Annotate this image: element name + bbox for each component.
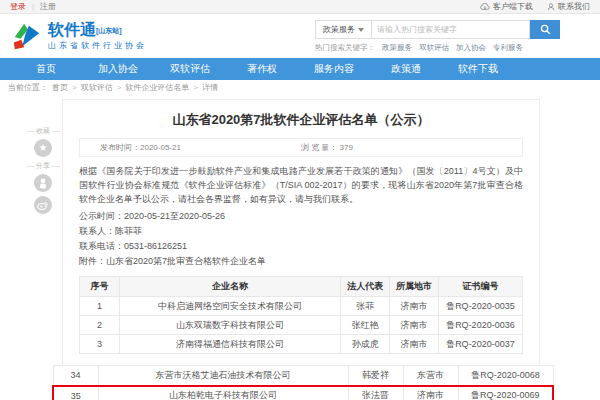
info-line-1: 公示时间：2020-05-21至2020-05-26 [79, 209, 523, 224]
breadcrumb: 当前位置： 首页>双软评估>软件企业评估名单>详情 [0, 80, 600, 95]
search-input[interactable] [371, 20, 530, 39]
logo-station: [山东站] [96, 27, 122, 34]
search-category-dropdown[interactable]: 政策服务 [315, 20, 371, 39]
page: 登录 | 注册 客户端下载 联系我们 [0, 0, 600, 400]
register-link[interactable]: 注册 [40, 1, 56, 12]
info-line-3: 联系电话：0531-86126251 [79, 239, 523, 254]
breadcrumb-separator: > [193, 83, 198, 92]
hot-search-label: 热门搜索关键字： [315, 43, 375, 53]
breadcrumb-separator: > [72, 83, 77, 92]
share-widget: 收藏 ★ 分享 [26, 122, 60, 218]
table-cell: 1 [80, 297, 120, 316]
top-utility-bar: 登录 | 注册 客户端下载 联系我们 [0, 0, 600, 14]
table-cell: 鲁RQ-2020-0035 [438, 297, 522, 316]
article-paragraph: 根据《国务院关于印发进一步鼓励软件产业和集成电路产业发展若干政策的通知》（国发〔… [79, 164, 523, 206]
share-label: 分享 [26, 161, 60, 171]
table-cell: 济南市 [390, 316, 439, 335]
table-cell: 鲁RQ-2020-0069 [458, 386, 553, 400]
nav-item-3[interactable]: 双软评估 [154, 62, 226, 76]
hot-keyword-1[interactable]: 政策服务 [382, 43, 412, 53]
table-row-3: 3济南得福通信科技有限公司孙成虎济南市鲁RQ-2020-0037 [80, 335, 523, 354]
site-logo[interactable]: 软件通[山东站] 山东省软件行业协会 [12, 21, 147, 51]
nav-item-7[interactable]: 软件下载 [442, 62, 514, 76]
chevron-down-icon [358, 28, 364, 32]
weibo-icon [37, 200, 49, 210]
share-weibo-button[interactable] [34, 196, 52, 214]
info-line-4: 附件：山东省2020第7批审查合格软件企业名单 [79, 254, 523, 269]
nav-item-5[interactable]: 服务内容 [298, 62, 370, 76]
table-cell: 山东柏乾电子科技有限公司 [98, 386, 348, 400]
favorite-button[interactable]: ★ [34, 139, 52, 157]
table-row-1: 1中科启迪网络空间安全技术有限公司张菲济南市鲁RQ-2020-0035 [80, 297, 523, 316]
nav-item-1[interactable]: 首页 [10, 62, 82, 76]
table-cell: 山东双瑞数字科技有限公司 [119, 316, 341, 335]
table-cell: 张红艳 [341, 316, 390, 335]
breadcrumb-label: 当前位置： [8, 82, 48, 93]
logo-icon [12, 21, 42, 51]
breadcrumb-items: 首页>双软评估>软件企业评估名单>详情 [52, 80, 218, 95]
table-cell: 34 [53, 366, 98, 386]
star-icon: ★ [39, 143, 48, 153]
breadcrumb-item-2[interactable]: 双软评估 [81, 82, 113, 93]
contact-us-label: 联系我们 [558, 1, 590, 12]
hot-keywords: 政策服务双软评估加入协会专利服务 [382, 43, 523, 53]
article-meta: 发布时间：2020-05-21 浏 览 量： 379 [79, 138, 523, 157]
login-link[interactable]: 登录 [10, 1, 26, 12]
enterprise-table-top: 序号企业名称法人代表所属地市证书编号 1中科启迪网络空间安全技术有限公司张菲济南… [79, 276, 523, 354]
logo-subtitle: 山东省软件行业协会 [48, 40, 147, 51]
column-header-3: 法人代表 [341, 277, 390, 297]
contact-us-link[interactable]: 联系我们 [547, 1, 590, 12]
user-icon [547, 3, 555, 11]
table-body-top: 1中科启迪网络空间安全技术有限公司张菲济南市鲁RQ-2020-00352山东双瑞… [80, 297, 523, 354]
column-header-1: 序号 [80, 277, 120, 297]
table-cell: 张法晋 [348, 386, 403, 400]
nav-item-4[interactable]: 著作权 [226, 62, 298, 76]
column-header-2: 企业名称 [119, 277, 341, 297]
search-area: 政策服务 热门搜索关键字： 政策服务双软评估加入协会专利服务 [315, 20, 560, 53]
table-cell: 鲁RQ-2020-0037 [438, 335, 522, 354]
table-cell: 济南市 [390, 297, 439, 316]
hot-keyword-2[interactable]: 双软评估 [419, 43, 449, 53]
info-lines: 公示时间：2020-05-21至2020-05-26联系人：陈菲菲联系电话：05… [79, 209, 523, 269]
client-download-link[interactable]: 客户端下载 [480, 1, 533, 12]
logo-title: 软件通[山东站] [48, 21, 147, 39]
table-row-35: 35山东柏乾电子科技有限公司张法晋济南市鲁RQ-2020-0069 [53, 386, 553, 400]
table-cell: 中科启迪网络空间安全技术有限公司 [119, 297, 341, 316]
share-qq-button[interactable] [34, 174, 52, 192]
column-header-5: 证书编号 [438, 277, 522, 297]
table-cell: 东营市沃格艾迪石油技术有限公司 [98, 366, 348, 386]
breadcrumb-separator: > [117, 83, 122, 92]
table-cell: 2 [80, 316, 120, 335]
table-cell: 东营市 [403, 366, 458, 386]
search-button[interactable] [530, 20, 560, 39]
breadcrumb-item-3[interactable]: 软件企业评估名单 [125, 82, 189, 93]
table-cell: 济南市 [403, 386, 458, 400]
hot-keyword-3[interactable]: 加入协会 [456, 43, 486, 53]
page-title: 山东省2020第7批软件企业评估名单（公示） [79, 100, 523, 129]
view-count: 浏 览 量： 379 [301, 142, 353, 153]
publish-time: 发布时间：2020-05-21 [100, 142, 181, 153]
topbar-divider: | [32, 2, 34, 11]
hot-search-line: 热门搜索关键字： 政策服务双软评估加入协会专利服务 [315, 43, 560, 53]
column-header-4: 所属地市 [390, 277, 439, 297]
nav-item-2[interactable]: 加入协会 [82, 62, 154, 76]
table-cell: 韩爱祥 [348, 366, 403, 386]
nav-item-6[interactable]: 政策通 [370, 62, 442, 76]
site-header: 软件通[山东站] 山东省软件行业协会 政策服务 热门搜索关键字 [0, 14, 600, 58]
breadcrumb-item-1[interactable]: 首页 [52, 82, 68, 93]
info-line-2: 联系人：陈菲菲 [79, 224, 523, 239]
table-cell: 35 [53, 386, 98, 400]
search-category-label: 政策服务 [323, 24, 355, 35]
hot-keyword-4[interactable]: 专利服务 [493, 43, 523, 53]
breadcrumb-item-4: 详情 [202, 82, 218, 93]
favorite-label: 收藏 [26, 126, 60, 136]
client-download-label: 客户端下载 [493, 1, 533, 12]
table-cell: 张菲 [341, 297, 390, 316]
table-cell: 鲁RQ-2020-0036 [438, 316, 522, 335]
table-cell: 济南市 [390, 335, 439, 354]
table-row-34: 34东营市沃格艾迪石油技术有限公司韩爱祥东营市鲁RQ-2020-0068 [53, 366, 553, 386]
qq-icon [38, 178, 48, 189]
main-nav: 首页加入协会双软评估著作权服务内容政策通软件下载 [0, 58, 600, 80]
table-cell: 3 [80, 335, 120, 354]
cloud-download-icon [480, 3, 490, 11]
